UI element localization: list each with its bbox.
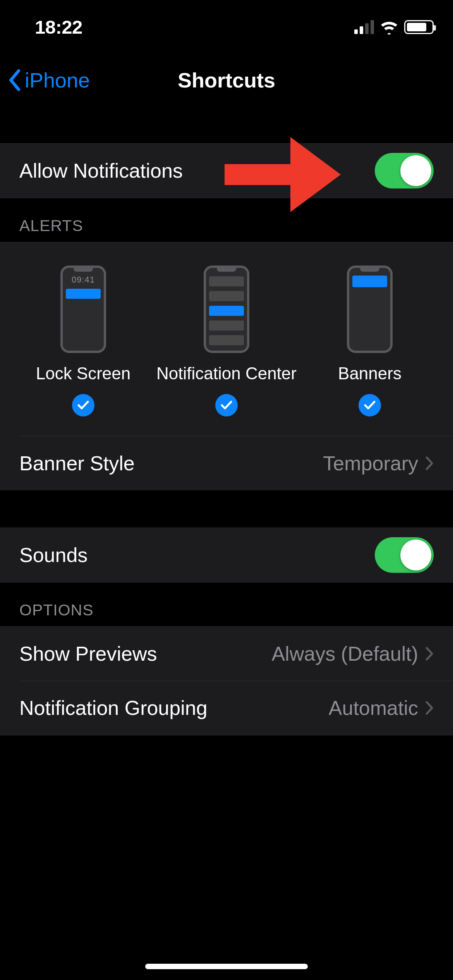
sounds-group: Sounds (0, 528, 453, 583)
chevron-right-icon (425, 456, 434, 471)
notification-grouping-value: Automatic (329, 696, 434, 720)
alert-option-notification-center[interactable]: Notification Center (156, 266, 297, 416)
allow-notifications-toggle[interactable] (375, 153, 434, 188)
back-label: iPhone (25, 68, 90, 92)
nav-bar: iPhone Shortcuts (0, 54, 453, 106)
show-previews-label: Show Previews (19, 642, 157, 665)
battery-icon (404, 20, 434, 34)
lock-screen-preview-icon: 09:41 (60, 266, 106, 353)
alert-option-lock-screen[interactable]: 09:41 Lock Screen (12, 266, 154, 416)
checkmark-icon (72, 394, 94, 416)
back-button[interactable]: iPhone (7, 54, 90, 106)
chevron-right-icon (425, 701, 434, 715)
home-indicator[interactable] (145, 964, 308, 969)
banner-style-value: Temporary (323, 452, 434, 475)
options-section-header: OPTIONS (0, 583, 453, 626)
chevron-right-icon (425, 646, 434, 661)
status-bar: 18:22 (0, 0, 453, 54)
notification-grouping-label: Notification Grouping (19, 696, 208, 720)
page-title: Shortcuts (178, 68, 275, 92)
allow-notifications-group: Allow Notifications (0, 143, 453, 198)
alerts-section-header: ALERTS (0, 198, 453, 242)
show-previews-cell[interactable]: Show Previews Always (Default) (0, 627, 453, 681)
notification-center-preview-icon (204, 266, 249, 353)
cellular-signal-icon (354, 20, 374, 34)
checkmark-icon (359, 394, 381, 416)
allow-notifications-cell[interactable]: Allow Notifications (0, 144, 453, 198)
options-group: Show Previews Always (Default) Notificat… (0, 626, 453, 735)
alerts-row: 09:41 Lock Screen (0, 266, 453, 436)
chevron-left-icon (7, 69, 22, 92)
screen: 18:22 iPhone Shortcuts Allow No (0, 0, 453, 980)
alert-label: Notification Center (156, 364, 297, 383)
banner-style-label: Banner Style (19, 452, 135, 475)
wifi-icon (379, 20, 399, 34)
sounds-cell[interactable]: Sounds (0, 528, 453, 582)
alert-label: Banners (338, 364, 402, 383)
sounds-toggle[interactable] (375, 537, 434, 573)
allow-notifications-label: Allow Notifications (19, 159, 183, 182)
banners-preview-icon (347, 266, 393, 353)
checkmark-icon (215, 394, 238, 416)
status-icons (354, 20, 434, 34)
sounds-label: Sounds (19, 543, 88, 567)
status-time: 18:22 (35, 16, 82, 38)
notification-grouping-cell[interactable]: Notification Grouping Automatic (0, 681, 453, 735)
content: Allow Notifications ALERTS 09:41 Lock Sc… (0, 106, 453, 980)
alert-option-banners[interactable]: Banners (299, 266, 441, 416)
alert-label: Lock Screen (36, 364, 131, 383)
show-previews-value: Always (Default) (271, 642, 434, 665)
alerts-panel: 09:41 Lock Screen (0, 242, 453, 490)
banner-style-cell[interactable]: Banner Style Temporary (0, 436, 453, 490)
